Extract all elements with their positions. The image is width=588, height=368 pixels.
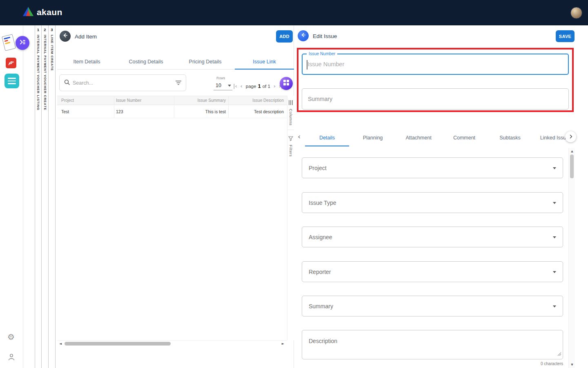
tab-comment[interactable]: Comment bbox=[441, 129, 487, 146]
columns-label: Columns bbox=[289, 109, 293, 126]
grid-view-button[interactable] bbox=[280, 77, 293, 90]
summary-select[interactable]: Summary bbox=[302, 296, 563, 316]
table-side-rail: Columns Filters bbox=[287, 96, 294, 340]
col-header-issue-description[interactable]: Issue Description bbox=[229, 96, 287, 105]
scroll-down-button[interactable]: ▼ bbox=[569, 363, 575, 366]
vertical-scrollbar: ▲ ▼ bbox=[568, 148, 575, 368]
issue-type-select[interactable]: Issue Type bbox=[302, 192, 563, 213]
chevron-down-icon bbox=[553, 271, 556, 273]
page-indicator: page 1 of 1 bbox=[246, 83, 270, 89]
col-header-issue-summary[interactable]: Issue Summary bbox=[174, 96, 229, 105]
edit-issue-tabbar: Details Planning Attachment Comment Subt… bbox=[304, 129, 569, 146]
filters-button[interactable]: Filters bbox=[288, 132, 293, 159]
tab-item-details[interactable]: Item Details bbox=[57, 54, 116, 69]
save-button[interactable]: SAVE bbox=[556, 30, 575, 42]
brand-logo-icon bbox=[22, 6, 34, 18]
issue-number-input[interactable] bbox=[307, 55, 561, 73]
tab-subtasks[interactable]: Subtasks bbox=[487, 129, 533, 146]
project-select-label: Project bbox=[309, 165, 327, 171]
assignee-select-label: Assignee bbox=[309, 234, 332, 240]
tabs-scroll-left-button[interactable]: ‹ bbox=[298, 132, 301, 141]
tabs-scroll-right-button[interactable] bbox=[565, 131, 576, 142]
workspace-tab-number: 2 bbox=[44, 27, 46, 32]
summary-label: Summary bbox=[308, 96, 332, 102]
pdf-app-icon[interactable] bbox=[6, 58, 16, 68]
search-input[interactable] bbox=[73, 80, 173, 86]
description-textarea[interactable]: Description bbox=[302, 330, 563, 359]
search-box bbox=[59, 74, 186, 91]
assignee-select[interactable]: Assignee bbox=[302, 227, 563, 247]
scroll-left-button[interactable]: ◄ bbox=[59, 342, 62, 346]
first-page-button[interactable]: |‹ bbox=[233, 83, 237, 89]
workspace-tab-strip: 1 INTERNAL PAYMENT VOUCHER LISTING 2 INT… bbox=[35, 25, 56, 368]
horizontal-scrollbar-thumb[interactable] bbox=[65, 342, 171, 346]
arrow-left-icon bbox=[62, 32, 68, 40]
character-count: 0 characters bbox=[481, 361, 563, 366]
reporter-select[interactable]: Reporter bbox=[302, 261, 563, 282]
page-indicator-prefix: page bbox=[246, 84, 256, 89]
tab-pricing-details[interactable]: Pricing Details bbox=[176, 54, 235, 69]
vertical-scrollbar-thumb[interactable] bbox=[570, 155, 574, 178]
workspace-tab-2[interactable]: 2 INTERNAL PAYMENT VOUCHER CREATE bbox=[42, 25, 49, 368]
panel-toggle-fab[interactable] bbox=[16, 36, 29, 50]
tab-details[interactable]: Details bbox=[304, 129, 350, 146]
page-indicator-current: 1 bbox=[258, 83, 261, 89]
scroll-up-button[interactable]: ▲ bbox=[569, 150, 575, 153]
table-header: Project Issue Number Issue Summary Issue… bbox=[57, 96, 287, 105]
cell-issue-description: Test description bbox=[229, 105, 287, 118]
rail-divider bbox=[287, 130, 294, 130]
rows-per-page-value: 10 bbox=[216, 83, 221, 88]
cell-project: Test bbox=[57, 105, 114, 118]
user-avatar[interactable] bbox=[570, 7, 582, 19]
columns-button[interactable]: Columns bbox=[289, 96, 293, 128]
chevron-right-icon bbox=[568, 133, 573, 141]
resize-handle[interactable] bbox=[557, 350, 561, 358]
add-item-tabbar: Item Details Costing Details Pricing Det… bbox=[57, 54, 294, 70]
grid-icon bbox=[283, 80, 289, 87]
chevron-down-icon bbox=[228, 85, 231, 87]
rows-per-page-label: Rows bbox=[216, 76, 225, 80]
tab-attachment[interactable]: Attachment bbox=[396, 129, 441, 146]
profile-icon[interactable] bbox=[8, 353, 15, 363]
workspace-tab-number: 3 bbox=[51, 27, 53, 32]
chevron-down-icon bbox=[553, 305, 556, 307]
add-item-title: Add Item bbox=[75, 34, 97, 40]
list-app-icon[interactable] bbox=[4, 74, 19, 88]
table-row[interactable]: Test 123 This is test Test description bbox=[57, 105, 287, 118]
edit-issue-back-button[interactable] bbox=[298, 30, 309, 41]
scroll-right-button[interactable]: ► bbox=[282, 342, 284, 346]
add-button[interactable]: ADD bbox=[276, 30, 293, 43]
rows-per-page-select[interactable]: 10 bbox=[214, 81, 232, 90]
brand[interactable]: akaun bbox=[22, 6, 62, 18]
workspace-tab-label: LINE ITEM CREATE bbox=[50, 35, 54, 71]
summary-select-label: Summary bbox=[309, 303, 333, 310]
tab-costing-details[interactable]: Costing Details bbox=[116, 54, 176, 69]
tab-issue-link[interactable]: Issue Link bbox=[235, 54, 294, 69]
issue-type-select-label: Issue Type bbox=[309, 200, 336, 206]
chevron-down-icon bbox=[553, 236, 556, 238]
summary-field[interactable]: Summary bbox=[302, 88, 569, 110]
add-item-back-button[interactable] bbox=[60, 31, 71, 42]
horizontal-scrollbar: ◄ ► bbox=[57, 340, 287, 346]
project-select[interactable]: Project bbox=[302, 157, 563, 178]
chevron-down-icon bbox=[553, 167, 556, 169]
workspace-tab-1[interactable]: 1 INTERNAL PAYMENT VOUCHER LISTING bbox=[35, 25, 42, 368]
next-page-button[interactable]: › bbox=[274, 83, 276, 89]
filter-list-icon[interactable] bbox=[176, 79, 181, 87]
workspace-tab-number: 1 bbox=[37, 27, 39, 32]
col-header-issue-number[interactable]: Issue Number bbox=[114, 96, 174, 105]
prev-page-button[interactable]: ‹ bbox=[241, 83, 243, 89]
workspace-tab-3[interactable]: 3 LINE ITEM CREATE bbox=[49, 25, 56, 368]
issue-number-field: Issue Number bbox=[302, 54, 569, 75]
description-label: Description bbox=[309, 338, 337, 344]
tab-linked-issues[interactable]: Linked Issues bbox=[533, 129, 569, 146]
settings-gear-icon[interactable]: ⚙ bbox=[7, 332, 15, 342]
cell-issue-summary: This is test bbox=[174, 105, 229, 118]
tab-planning[interactable]: Planning bbox=[350, 129, 396, 146]
reporter-select-label: Reporter bbox=[309, 269, 331, 275]
col-header-project[interactable]: Project bbox=[57, 96, 114, 105]
topbar: akaun bbox=[0, 0, 588, 25]
cell-issue-number: 123 bbox=[114, 105, 174, 118]
pagination: |‹ ‹ page 1 of 1 › ›| bbox=[233, 82, 283, 90]
screen: akaun ⚙ 1 bbox=[0, 0, 588, 368]
